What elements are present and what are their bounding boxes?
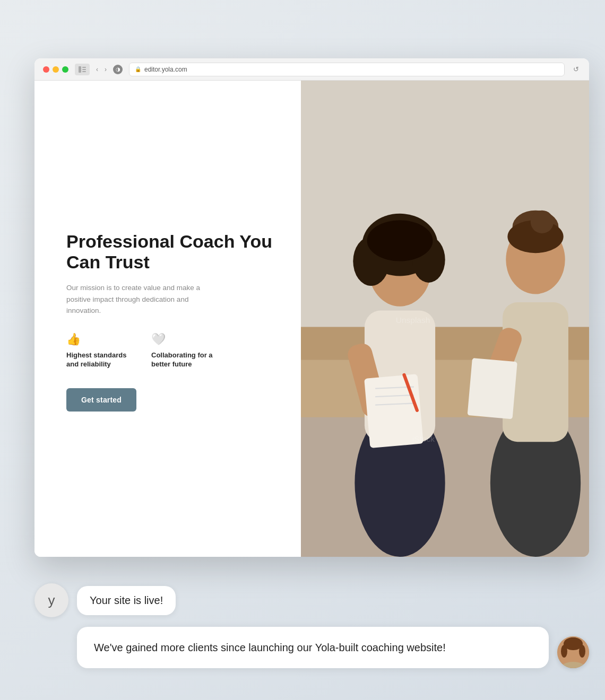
- forward-button[interactable]: ›: [105, 66, 107, 73]
- svg-point-37: [579, 645, 585, 658]
- url-text: editor.yola.com: [144, 66, 187, 73]
- feature-label-2: Collaborating for a better future: [151, 351, 215, 369]
- chat-message-1: Your site is live!: [90, 594, 163, 606]
- yola-avatar: y: [34, 583, 68, 617]
- feature-item-2: 🤍 Collaborating for a better future: [151, 332, 215, 369]
- minimize-button[interactable]: [53, 66, 59, 73]
- features-row: 👍 Highest standards and reliability 🤍 Co…: [66, 332, 274, 369]
- feature-label-1: Highest standards and reliability: [66, 351, 130, 369]
- user-avatar: [557, 636, 589, 668]
- feature-item-1: 👍 Highest standards and reliability: [66, 332, 130, 369]
- sidebar-toggle[interactable]: [75, 64, 90, 75]
- chat-bubble-2: We've gained more clients since launchin…: [77, 627, 549, 668]
- reload-icon[interactable]: ↺: [571, 65, 581, 74]
- svg-point-36: [561, 645, 567, 658]
- heart-icon: 🤍: [151, 332, 215, 346]
- hero-heading: Professional Coach You Can Trust: [66, 231, 274, 273]
- website-content: Professional Coach You Can Trust Our mis…: [34, 81, 589, 557]
- svg-point-15: [367, 220, 433, 261]
- svg-rect-3: [82, 71, 86, 72]
- yola-initial: y: [48, 592, 55, 609]
- chat-bubble-1: Your site is live!: [77, 586, 176, 615]
- svg-rect-0: [79, 66, 81, 73]
- get-started-button[interactable]: Get started: [66, 388, 136, 412]
- chat-message-2: We've gained more clients since launchin…: [94, 642, 446, 653]
- chat-row-1: y Your site is live!: [34, 583, 589, 617]
- svg-text:iStock: iStock: [412, 434, 434, 443]
- hero-description: Our mission is to create value and make …: [66, 282, 215, 317]
- lock-icon: 🔒: [135, 66, 141, 72]
- chat-overlay: y Your site is live! We've gained more c…: [34, 583, 589, 668]
- address-bar[interactable]: 🔒 editor.yola.com: [129, 63, 565, 76]
- hero-image: Unsplash iStock: [301, 81, 589, 557]
- hero-left-panel: Professional Coach You Can Trust Our mis…: [34, 81, 301, 557]
- maximize-button[interactable]: [62, 66, 68, 73]
- browser-window: ‹ › ◑ 🔒 editor.yola.com ↺ Professional C…: [34, 58, 589, 557]
- chat-row-2: We've gained more clients since launchin…: [34, 627, 589, 668]
- svg-text:Unsplash: Unsplash: [395, 316, 430, 325]
- svg-rect-29: [467, 358, 517, 419]
- svg-rect-1: [82, 67, 86, 68]
- back-button[interactable]: ‹: [96, 66, 98, 73]
- traffic-lights: [43, 66, 68, 73]
- hero-right-panel: Unsplash iStock: [301, 81, 589, 557]
- svg-rect-2: [82, 69, 86, 70]
- close-button[interactable]: [43, 66, 49, 73]
- browser-chrome: ‹ › ◑ 🔒 editor.yola.com ↺: [34, 58, 589, 81]
- thumbs-up-icon: 👍: [66, 332, 130, 346]
- svg-point-27: [530, 211, 553, 233]
- brightness-icon: ◑: [113, 65, 123, 74]
